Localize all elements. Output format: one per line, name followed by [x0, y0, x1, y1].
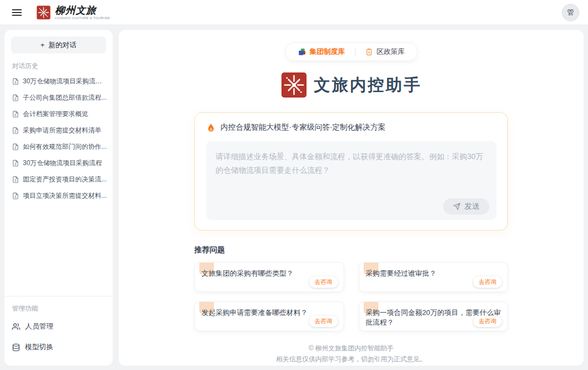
brand-subtitle: LIUZHOU CULTURE & TOURISM [55, 16, 110, 20]
suggestion-card[interactable]: 采购需要经过谁审批？ 去咨询 [359, 262, 509, 292]
main-panel: 集团制度库 区政策库 文旅内控助手 [119, 30, 584, 366]
admin-item-label: 模型切换 [25, 342, 53, 352]
send-label: 发送 [464, 202, 480, 211]
brand-text: 柳州文旅 LIUZHOU CULTURE & TOURISM [55, 5, 110, 20]
suggestion-card[interactable]: 文旅集团的采购有哪些类型？ 去咨询 [194, 262, 344, 292]
suggestions-grid: 文旅集团的采购有哪些类型？ 去咨询 采购需要经过谁审批？ 去咨询 发起采购申请需… [194, 262, 508, 331]
user-avatar[interactable]: 管 [562, 4, 579, 21]
brand-logo: 柳州文旅 LIUZHOU CULTURE & TOURISM [36, 5, 110, 20]
tab-label: 集团制度库 [310, 47, 345, 57]
plus-icon: + [40, 41, 45, 49]
paper-plane-icon [453, 203, 461, 210]
footer-disclaimer: 相关信息仅供内部学习参考，切勿引用为正式意见。 [119, 354, 584, 365]
go-consult-button[interactable]: 去咨询 [309, 316, 338, 327]
flame-icon [207, 123, 215, 132]
footer-copyright: © 柳州文旅集团内控智能助手 [119, 343, 584, 354]
history-item-label: 会计档案管理要求概览 [23, 110, 88, 119]
tab-group-policy-library[interactable]: 集团制度库 [298, 47, 345, 57]
document-icon [12, 176, 19, 183]
suggestion-card[interactable]: 采购一项合同金额20万的项目，需要什么审批流程？ 去咨询 [359, 301, 509, 331]
top-bar: 柳州文旅 LIUZHOU CULTURE & TOURISM 管 [0, 0, 588, 25]
footer: © 柳州文旅集团内控智能助手 相关信息仅供内部学习参考，切勿引用为正式意见。 [119, 343, 584, 365]
document-icon [12, 111, 19, 118]
document-icon [12, 127, 19, 134]
document-icon [12, 94, 19, 101]
document-icon [12, 160, 19, 167]
layers-icon [298, 48, 306, 56]
page-title: 文旅内控助手 [314, 74, 422, 96]
new-chat-label: 新的对话 [48, 40, 77, 50]
history-item[interactable]: 如何有效规范部门间的协作... [4, 138, 113, 155]
send-button[interactable]: 发送 [443, 198, 489, 215]
users-icon [12, 323, 20, 331]
sidebar: + 新的对话 对话历史 30万仓储物流项目采购流程... 子公司向集团总部借款流… [4, 30, 113, 366]
suggestions-title: 推荐问题 [194, 245, 508, 255]
seal-logo-icon-large [281, 72, 307, 98]
card-headline: 内控合规智能大模型·专家级问答·定制化解决方案 [206, 123, 497, 132]
history-item-label: 如何有效规范部门间的协作... [23, 142, 107, 151]
knowledge-base-tabs: 集团制度库 区政策库 [285, 43, 418, 61]
tab-label: 区政策库 [377, 47, 405, 57]
admin-section-title: 管理功能 [12, 304, 105, 313]
suggestions-section: 推荐问题 文旅集团的采购有哪些类型？ 去咨询 采购需要经过谁审批？ 去咨询 发起… [194, 245, 508, 331]
go-consult-button[interactable]: 去咨询 [473, 276, 502, 288]
history-item[interactable]: 采购申请所需提交材料清单 [4, 122, 113, 138]
seal-logo-icon [36, 5, 51, 20]
go-consult-button[interactable]: 去咨询 [473, 316, 502, 327]
question-textarea[interactable] [215, 149, 488, 191]
sidebar-item-user-management[interactable]: 人员管理 [4, 318, 113, 335]
card-headline-text: 内控合规智能大模型·专家级问答·定制化解决方案 [220, 123, 385, 132]
tab-district-policy-library[interactable]: 区政策库 [365, 47, 405, 57]
new-chat-button[interactable]: + 新的对话 [11, 37, 106, 53]
document-icon [12, 78, 19, 85]
clipboard-icon [365, 48, 373, 56]
question-input-card: 内控合规智能大模型·专家级问答·定制化解决方案 发送 [194, 112, 508, 231]
app-window: 柳州文旅 LIUZHOU CULTURE & TOURISM 管 + 新的对话 … [0, 0, 588, 370]
history-item[interactable]: 会计档案管理要求概览 [4, 106, 113, 122]
history-item[interactable]: 固定资产投资项目的决策流... [4, 171, 113, 187]
document-icon [12, 192, 19, 199]
history-item-label: 30万仓储物流项目采购流程 [23, 159, 102, 168]
document-icon [12, 143, 19, 150]
admin-section: 管理功能 人员管理 模型切换 [4, 296, 113, 366]
admin-item-label: 人员管理 [25, 322, 53, 331]
history-item-label: 固定资产投资项目的决策流... [23, 175, 107, 184]
history-item[interactable]: 子公司向集团总部借款流程... [4, 89, 113, 106]
input-zone: 发送 [206, 141, 497, 220]
history-item-label: 采购申请所需提交材料清单 [23, 126, 101, 135]
go-consult-button[interactable]: 去咨询 [309, 276, 338, 288]
history-item-label: 30万仓储物流项目采购流程... [23, 77, 107, 86]
history-item-label: 项目立项决策所需提交材料... [23, 191, 107, 201]
brand-name: 柳州文旅 [55, 5, 110, 15]
history-item[interactable]: 30万仓储物流项目采购流程 [4, 155, 113, 171]
history-item-label: 子公司向集团总部借款流程... [23, 93, 107, 102]
history-item[interactable]: 30万仓储物流项目采购流程... [4, 73, 113, 89]
tab-divider [355, 47, 356, 56]
hero-header: 文旅内控助手 [119, 72, 584, 98]
suggestion-card[interactable]: 发起采购申请需要准备哪些材料？ 去咨询 [194, 301, 344, 331]
database-icon [12, 343, 20, 351]
hamburger-menu-icon[interactable] [12, 9, 22, 16]
sidebar-item-model-switch[interactable]: 模型切换 [4, 338, 113, 356]
history-section-title: 对话历史 [12, 62, 105, 71]
history-item[interactable]: 项目立项决策所需提交材料... [4, 187, 113, 204]
